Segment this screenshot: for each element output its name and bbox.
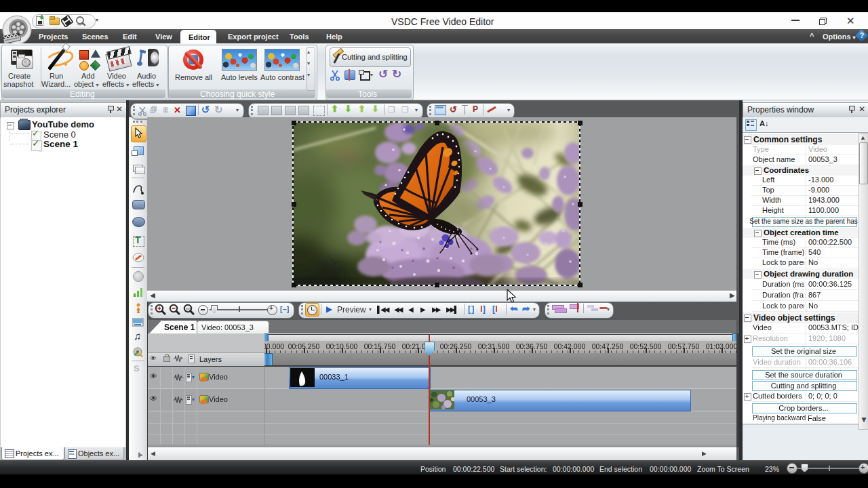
svg-text:100: 100 <box>185 307 191 311</box>
